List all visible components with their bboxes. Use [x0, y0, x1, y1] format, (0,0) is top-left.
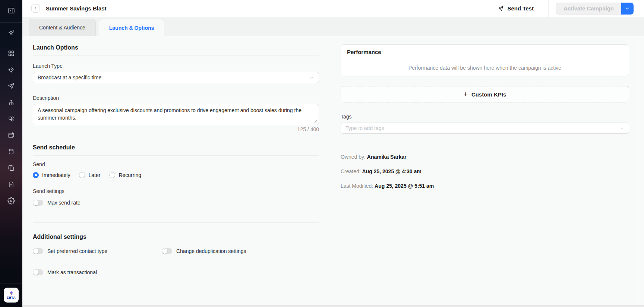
chevron-down-icon: [619, 126, 624, 131]
settings-gear-icon: [7, 197, 15, 206]
last-modified-row: Last Modified: Aug 25, 2025 @ 5:51 am: [341, 183, 629, 189]
performance-card: Performance Performance data will be sho…: [341, 44, 629, 76]
tab-launch-options[interactable]: Launch & Options: [99, 19, 165, 36]
activate-campaign-group: Activate Campaign: [556, 3, 634, 15]
database-icon: [7, 148, 15, 157]
description-field-wrap: A seasonal campaign offering exclusive d…: [33, 104, 319, 125]
main-area: Summer Savings Blast Send Test Activate …: [22, 0, 644, 307]
sidebar-item-reports[interactable]: [0, 177, 22, 193]
send-schedule-heading: Send schedule: [33, 144, 319, 151]
additional-toggles-row: Set preferred contact type Change dedupl…: [33, 248, 319, 254]
description-textarea[interactable]: A seasonal campaign offering exclusive d…: [33, 104, 319, 125]
paper-plane-icon: [498, 5, 504, 12]
performance-empty-message: Performance data will be shown here when…: [341, 59, 629, 76]
tags-input[interactable]: [345, 125, 619, 131]
radio-later[interactable]: Later: [79, 172, 100, 178]
header-actions: Send Test Activate Campaign: [495, 0, 634, 17]
custom-kpis-button[interactable]: + Custom KPIs: [341, 86, 629, 102]
zeta-logo-text: ZETA: [7, 296, 16, 300]
sidebar-item-campaigns[interactable]: [0, 79, 22, 95]
sidebar-item-calendar[interactable]: [0, 128, 22, 144]
page-title: Summer Savings Blast: [46, 5, 107, 12]
copy-icon: [7, 164, 15, 173]
send-settings-label: Send settings: [33, 188, 319, 194]
radio-button: [109, 172, 115, 178]
radio-label: Recurring: [119, 172, 141, 178]
left-nav-sidebar: ZETA: [0, 0, 22, 307]
sidebar-item-audiences[interactable]: [0, 111, 22, 128]
bubbles-icon: [7, 115, 15, 124]
sidebar-footer: ZETA: [0, 283, 22, 307]
target-icon: [7, 66, 15, 75]
launch-type-label: Launch Type: [33, 63, 319, 69]
custom-kpis-label: Custom KPIs: [471, 91, 506, 98]
activate-campaign-button[interactable]: Activate Campaign: [556, 3, 621, 15]
divider: [341, 143, 629, 143]
sparkles-icon: [7, 29, 15, 39]
mark-transactional-toggle[interactable]: Mark as transactional: [33, 269, 319, 275]
send-test-label: Send Test: [507, 5, 534, 12]
max-send-rate-toggle[interactable]: Max send rate: [33, 200, 319, 206]
app-root: ZETA Summer Savings Blast Send Test Acti…: [0, 0, 644, 307]
zeta-logo[interactable]: ZETA: [4, 288, 19, 303]
launch-type-select[interactable]: Broadcast at a specific time: [33, 72, 319, 83]
created-value: Aug 25, 2025 @ 4:30 am: [362, 168, 422, 174]
report-document-icon: [7, 181, 15, 190]
vertical-scrollbar-track[interactable]: [639, 36, 639, 305]
tab-content-audience[interactable]: Content & Audience: [29, 19, 96, 36]
owned-by-row: Owned by: Anamika Sarkar: [341, 154, 629, 160]
description-label: Description: [33, 95, 319, 101]
divider: [33, 56, 319, 56]
character-counter: 125 / 400: [33, 126, 319, 132]
top-header: Summer Savings Blast Send Test Activate …: [22, 0, 644, 17]
chevron-left-icon: [34, 6, 38, 10]
deduplication-settings-toggle[interactable]: Change deduplication settings: [162, 248, 246, 254]
performance-panel: Performance Performance data will be sho…: [341, 44, 629, 307]
content-area: Launch Options Launch Type Broadcast at …: [22, 36, 644, 307]
horizontal-scrollbar-track[interactable]: [22, 305, 644, 307]
panel-toggle-icon: [7, 7, 15, 16]
plus-icon: +: [464, 91, 468, 98]
radio-button-checked: [33, 172, 39, 178]
sidebar-item-dashboard[interactable]: [0, 46, 22, 62]
sidebar-item-templates[interactable]: [0, 161, 22, 177]
sidebar-item-settings[interactable]: [0, 193, 22, 210]
chevron-down-icon: [625, 6, 630, 11]
send-test-button[interactable]: Send Test: [495, 5, 536, 12]
toggle-label: Change deduplication settings: [176, 248, 246, 254]
sidebar-item-journeys[interactable]: [0, 95, 22, 111]
dashboard-grid-icon: [7, 50, 15, 58]
tab-bar: Content & Audience Launch & Options: [22, 17, 644, 36]
tags-select[interactable]: [341, 123, 629, 134]
sidebar-item-targeting[interactable]: [0, 62, 22, 79]
send-label: Send: [33, 161, 319, 167]
radio-button: [79, 172, 85, 178]
hierarchy-icon: [7, 99, 15, 108]
sidebar-item-data[interactable]: [0, 144, 22, 161]
chevron-down-icon: [309, 75, 314, 80]
sidebar-nav: [0, 45, 22, 210]
created-label: Created:: [341, 168, 361, 174]
owned-by-label: Owned by:: [341, 154, 366, 160]
toggle-switch-off: [162, 248, 172, 254]
preferred-contact-type-toggle[interactable]: Set preferred contact type: [33, 248, 162, 254]
additional-settings-heading: Additional settings: [33, 234, 319, 240]
launch-type-value: Broadcast at a specific time: [38, 75, 101, 80]
send-plane-icon: [7, 82, 15, 91]
zeta-diamond-icon: [9, 291, 14, 295]
toggle-switch-off: [33, 248, 43, 254]
toggle-label: Mark as transactional: [47, 269, 97, 275]
sidebar-item-ai-assistant[interactable]: [0, 23, 22, 45]
header-divider: [548, 0, 549, 17]
toggle-switch-off: [33, 200, 43, 206]
sidebar-collapse-button[interactable]: [0, 0, 22, 23]
radio-label: Later: [88, 172, 100, 178]
calendar-icon: [7, 132, 15, 140]
radio-immediately[interactable]: Immediately: [33, 172, 70, 178]
activate-dropdown-button[interactable]: [621, 3, 634, 15]
performance-heading: Performance: [341, 45, 629, 59]
toggle-label: Max send rate: [47, 200, 80, 206]
radio-recurring[interactable]: Recurring: [109, 172, 141, 178]
radio-label: Immediately: [42, 172, 70, 178]
back-button[interactable]: [31, 4, 40, 13]
